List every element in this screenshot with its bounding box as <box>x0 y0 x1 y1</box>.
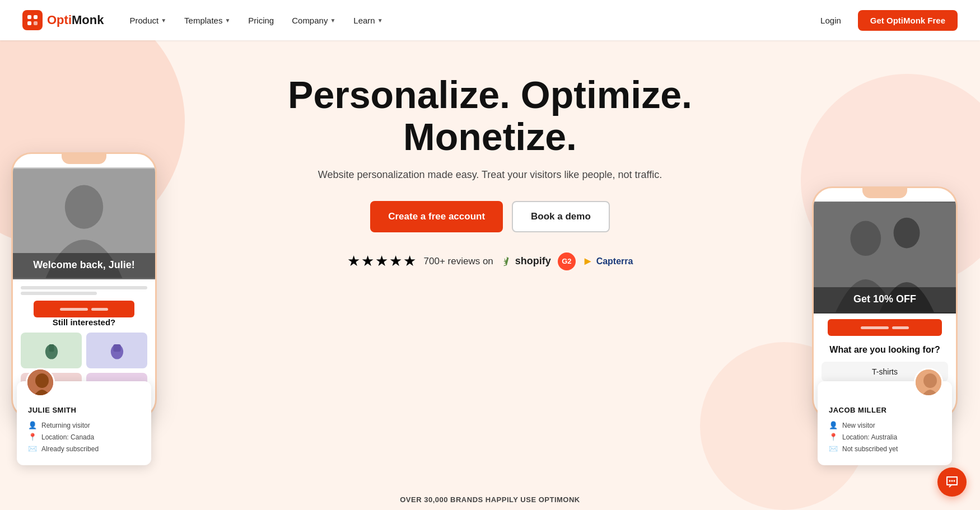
nav-pricing[interactable]: Pricing <box>240 11 282 30</box>
left-profile-card: JULIE SMITH 👤 Returning visitor 📍 Locati… <box>17 381 151 465</box>
svg-point-18 <box>850 221 881 256</box>
svg-rect-0 <box>27 15 31 19</box>
phone-notch <box>62 154 106 164</box>
nav-templates[interactable]: Templates ▼ <box>176 11 238 30</box>
nav-company[interactable]: Company ▼ <box>284 11 343 30</box>
logo-text: OptiMonk <box>47 13 104 27</box>
logo-icon <box>22 10 43 30</box>
left-avatar <box>26 368 55 397</box>
phones-row: Welcome back, Julie! Still interested? <box>0 152 980 510</box>
hero-heading: Personalize. Optimize. Monetize. <box>288 74 692 158</box>
login-button[interactable]: Login <box>813 11 849 30</box>
left-profile-detail-3: ✉️ Already subscribed <box>28 445 140 453</box>
svg-rect-8 <box>49 344 54 352</box>
left-profile-name: JULIE SMITH <box>28 406 140 414</box>
chevron-down-icon: ▼ <box>161 17 166 24</box>
nav-learn[interactable]: Learn ▼ <box>346 11 390 30</box>
right-phone-btn <box>828 319 941 336</box>
nav-product[interactable]: Product ▼ <box>122 11 174 30</box>
svg-point-16 <box>35 373 49 388</box>
phone-notch-right <box>862 188 907 198</box>
svg-point-21 <box>923 373 937 388</box>
nav-right: Login Get OptiMonk Free <box>813 10 958 31</box>
person-icon: 👤 <box>28 421 37 429</box>
phone-btn-line-1 <box>60 308 88 311</box>
chat-bubble-button[interactable] <box>937 467 967 497</box>
right-phone-wrap: Get 10% OFF What are you looking for? T-… <box>812 186 969 510</box>
svg-point-23 <box>951 480 953 482</box>
right-profile-card: JACOB MILLER 👤 New visitor 📍 Location: A… <box>818 381 952 465</box>
svg-point-19 <box>894 218 920 249</box>
left-profile-content: JULIE SMITH 👤 Returning visitor 📍 Locati… <box>28 395 140 453</box>
right-profile-detail-2: 📍 Location: Australia <box>829 433 941 441</box>
svg-rect-2 <box>27 21 31 25</box>
right-profile-content: JACOB MILLER 👤 New visitor 📍 Location: A… <box>829 395 941 453</box>
left-profile-detail-1: 👤 Returning visitor <box>28 421 140 429</box>
right-profile-name: JACOB MILLER <box>829 406 941 414</box>
right-avatar <box>914 368 943 397</box>
phone-btn-line-2 <box>91 308 108 311</box>
phone-btn-line-3 <box>861 326 889 329</box>
brands-bar: OVER 30,000 BRANDS HAPPILY USE OPTIMONK <box>400 494 580 504</box>
person-icon-right: 👤 <box>829 421 838 429</box>
svg-rect-10 <box>113 344 120 352</box>
phone-cta-button <box>34 301 135 317</box>
logo[interactable]: OptiMonk <box>22 10 104 30</box>
svg-point-22 <box>949 480 951 482</box>
svg-point-24 <box>954 480 955 482</box>
email-icon-right: ✉️ <box>829 445 838 453</box>
right-phone-image: Get 10% OFF <box>814 202 956 314</box>
right-phone-title: What are you looking for? <box>822 345 948 355</box>
left-phone-overlay: Welcome back, Julie! <box>13 253 155 279</box>
email-icon: ✉️ <box>28 445 37 453</box>
get-free-button[interactable]: Get OptiMonk Free <box>858 10 958 31</box>
right-phone-overlay: Get 10% OFF <box>814 287 956 314</box>
product-thumb-1 <box>21 333 82 368</box>
phone-bar-2 <box>21 292 97 295</box>
product-thumb-2 <box>86 333 147 368</box>
chevron-down-icon: ▼ <box>225 17 230 24</box>
phone-bar-1 <box>21 286 147 289</box>
right-profile-detail-3: ✉️ Not subscribed yet <box>829 445 941 453</box>
phone-btn-line-4 <box>892 326 909 329</box>
left-phone-image: Welcome back, Julie! <box>13 167 155 279</box>
svg-rect-1 <box>34 15 38 19</box>
svg-rect-3 <box>34 21 38 25</box>
left-phone-wrap: Welcome back, Julie! Still interested? <box>11 152 168 510</box>
location-icon-right: 📍 <box>829 433 838 441</box>
left-phone-title: Still interested? <box>21 317 147 327</box>
nav-links: Product ▼ Templates ▼ Pricing Company ▼ … <box>122 11 813 30</box>
left-profile-detail-2: 📍 Location: Canada <box>28 433 140 441</box>
location-icon: 📍 <box>28 433 37 441</box>
chevron-down-icon: ▼ <box>377 17 383 24</box>
hero-section: Personalize. Optimize. Monetize. Website… <box>0 40 980 510</box>
right-profile-detail-1: 👤 New visitor <box>829 421 941 429</box>
chevron-down-icon: ▼ <box>330 17 335 24</box>
